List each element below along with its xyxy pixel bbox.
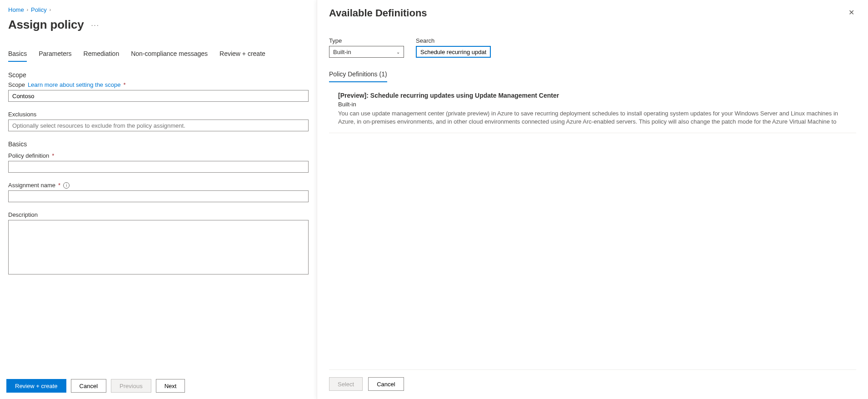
type-select[interactable]: Built-in ⌄ — [329, 46, 404, 58]
info-icon[interactable]: i — [63, 182, 70, 189]
definition-description: You can use update management center (pr… — [338, 110, 856, 125]
close-icon[interactable]: ✕ — [847, 7, 856, 18]
policy-def-label: Policy definition — [8, 152, 49, 159]
definition-name: [Preview]: Schedule recurring updates us… — [338, 92, 856, 99]
definition-type: Built-in — [338, 101, 856, 108]
assignment-name-label: Assignment name — [8, 182, 55, 189]
chevron-right-icon: › — [27, 7, 28, 12]
chevron-down-icon: ⌄ — [396, 50, 400, 55]
exclusions-label: Exclusions — [8, 111, 36, 118]
available-definitions-panel: Available Definitions ✕ Type Built-in ⌄ … — [317, 0, 868, 399]
exclusions-input[interactable] — [8, 120, 309, 131]
type-filter-label: Type — [329, 37, 404, 44]
required-marker: * — [52, 152, 54, 159]
breadcrumb: Home › Policy › — [8, 6, 309, 13]
search-filter-label: Search — [416, 37, 491, 44]
basics-heading: Basics — [8, 140, 309, 148]
scope-heading: Scope — [8, 71, 309, 79]
type-select-value: Built-in — [333, 49, 351, 55]
tab-review-create[interactable]: Review + create — [219, 47, 265, 62]
tab-policy-definitions[interactable]: Policy Definitions (1) — [329, 70, 387, 82]
panel-footer: Select Cancel — [329, 369, 856, 399]
required-marker: * — [123, 81, 125, 88]
main-tabs: Basics Parameters Remediation Non-compli… — [8, 47, 309, 62]
panel-cancel-button[interactable]: Cancel — [368, 377, 404, 391]
breadcrumb-policy-link[interactable]: Policy — [31, 6, 47, 13]
required-marker: * — [58, 182, 60, 189]
form-footer: Review + create Cancel Previous Next — [6, 379, 185, 393]
scope-input[interactable] — [8, 90, 309, 102]
definition-list-item[interactable]: [Preview]: Schedule recurring updates us… — [329, 92, 856, 133]
assignment-name-input[interactable] — [8, 190, 309, 202]
scope-label: Scope — [8, 81, 25, 88]
policy-definition-input[interactable] — [8, 161, 309, 173]
page-title: Assign policy — [8, 18, 84, 32]
next-button[interactable]: Next — [156, 379, 185, 393]
previous-button: Previous — [111, 379, 151, 393]
cancel-button[interactable]: Cancel — [71, 379, 106, 393]
search-input[interactable] — [416, 46, 491, 58]
chevron-right-icon: › — [50, 7, 51, 12]
main-form-area: Home › Policy › Assign policy ··· Basics… — [0, 0, 317, 399]
tab-non-compliance[interactable]: Non-compliance messages — [131, 47, 208, 62]
tab-basics[interactable]: Basics — [8, 47, 27, 62]
more-actions-icon[interactable]: ··· — [91, 21, 100, 29]
review-create-button[interactable]: Review + create — [6, 379, 66, 393]
breadcrumb-home-link[interactable]: Home — [8, 6, 24, 13]
description-label: Description — [8, 211, 38, 218]
tab-remediation[interactable]: Remediation — [84, 47, 120, 62]
panel-title: Available Definitions — [329, 7, 427, 19]
select-button: Select — [329, 377, 363, 391]
learn-scope-link[interactable]: Learn more about setting the scope — [28, 81, 121, 88]
tab-parameters[interactable]: Parameters — [39, 47, 71, 62]
description-textarea[interactable] — [8, 220, 309, 274]
